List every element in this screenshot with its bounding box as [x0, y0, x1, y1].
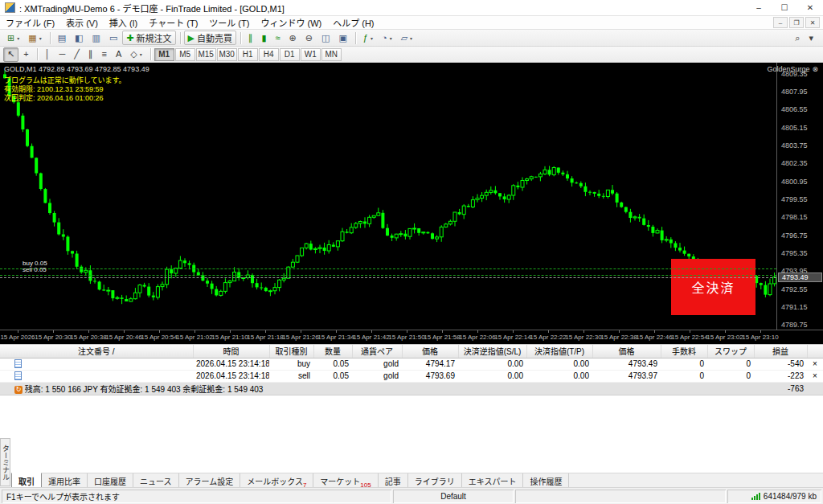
column-header-11[interactable]: スワップ [707, 345, 754, 358]
toolbar-separator [180, 32, 181, 44]
column-header-6[interactable]: 価格 [402, 345, 458, 358]
current-price-cell: 4793.97 [592, 370, 661, 382]
terminal-toggle-button[interactable]: ▭ [105, 31, 121, 45]
column-header-12[interactable]: 損益 [754, 345, 807, 358]
trade-row[interactable]: 2026.04.15 23:14:18buy0.05gold4794.170.0… [0, 358, 823, 370]
close-button[interactable]: ✕ [797, 0, 823, 16]
market-watch-icon: ▤ [58, 34, 66, 43]
column-header-10[interactable]: 手数料 [661, 345, 707, 358]
time-tick [371, 330, 372, 333]
timeframe-h1-button[interactable]: H1 [238, 48, 258, 61]
data-window-button[interactable]: ◧ [71, 31, 87, 45]
time-tick-label: 15 Apr 21:02 [176, 334, 212, 341]
child-minimize-button[interactable]: – [773, 17, 788, 28]
zoom-in-button[interactable]: ⊕ [285, 31, 301, 45]
child-restore-button[interactable]: ❐ [789, 17, 804, 28]
templates-button[interactable]: ▱▾ [397, 31, 416, 45]
time-tick-label: 15 Apr 2026 [0, 334, 35, 341]
arrows-menu-button[interactable]: ◇▾ [126, 47, 145, 62]
time-tick-label: 15 Apr 21:18 [247, 334, 283, 341]
horizontal-line-button[interactable]: ─ [55, 47, 70, 62]
toolbar-options-button[interactable]: ▾ [805, 31, 817, 45]
fibonacci-icon: ≡ [101, 50, 106, 59]
status-spacer [515, 490, 726, 503]
market-watch-button[interactable]: ▤ [54, 31, 70, 45]
menu-挿入 (I)[interactable]: 挿入 (I) [104, 16, 143, 29]
column-header-9[interactable]: 価格 [592, 345, 661, 358]
chart-plot-area[interactable]: GOLD,M1 4792.89 4793.69 4792.85 4793.49 … [0, 63, 776, 330]
timeframe-w1-button[interactable]: W1 [301, 48, 321, 61]
bar-chart-mode-button[interactable]: ∥ [244, 31, 257, 45]
autotrading-button[interactable]: ▶自動売買 [184, 31, 236, 45]
menu-ツール (T)[interactable]: ツール (T) [203, 16, 255, 29]
price-scale[interactable]: 4809.354807.954806.554805.154803.754802.… [776, 63, 823, 330]
text-label-button[interactable]: A [112, 47, 125, 62]
time-tick-label: 15 Apr 23:02 [706, 334, 743, 341]
child-close-button[interactable]: ✕ [805, 17, 820, 28]
tp-cell: 0.00 [526, 370, 592, 382]
timeframe-mn-button[interactable]: MN [321, 48, 342, 61]
open-price-cell: 4793.69 [402, 370, 458, 382]
status-connection: 641484/979 kb [727, 490, 821, 503]
new-order-button[interactable]: ✚新規注文 [122, 31, 175, 45]
close-position-icon[interactable]: × [807, 370, 823, 382]
price-tick-label: 4803.75 [781, 141, 808, 150]
title-bar: : XMTradingMU-Demo 6 - デモ口座 - FinTrade L… [0, 0, 823, 16]
profiles-button[interactable]: ▦▾ [24, 31, 45, 45]
search-icon: ⌕ [795, 34, 800, 43]
tile-windows-icon: ◫ [321, 34, 330, 43]
indicators-button[interactable]: ƒ▾ [359, 31, 377, 45]
tile-windows-button[interactable]: ◫ [317, 31, 334, 45]
timeframe-m1-button[interactable]: M1 [154, 48, 174, 61]
new-chart-button[interactable]: ⊞▾ [3, 31, 23, 45]
menu-ウィンドウ (W)[interactable]: ウィンドウ (W) [255, 16, 327, 29]
search-button[interactable]: ⌕ [791, 31, 804, 45]
timeframe-m30-button[interactable]: M30 [217, 48, 237, 61]
zoom-out-button[interactable]: ⊖ [301, 31, 317, 45]
column-header-4[interactable]: 数量 [313, 345, 352, 358]
time-tick [407, 330, 407, 333]
column-header-2[interactable]: 時間 [193, 345, 269, 358]
column-header-7[interactable]: 決済逆指値(S/L) [458, 345, 526, 358]
indicator-remove-icon[interactable]: ⊗ [812, 65, 818, 73]
menu-表示 (V)[interactable]: 表示 (V) [60, 16, 104, 29]
close-position-icon[interactable]: × [807, 358, 823, 370]
column-header-5[interactable]: 通貨ペア [352, 345, 402, 358]
menu-ヘルプ (H)[interactable]: ヘルプ (H) [327, 16, 379, 29]
crosshair-button[interactable]: + [19, 47, 32, 62]
timeframe-m15-button[interactable]: M15 [196, 48, 216, 61]
trade-row[interactable]: 2026.04.15 23:14:18sell0.05gold4793.690.… [0, 370, 823, 382]
navigator-button[interactable]: ▥ [88, 31, 104, 45]
terminal-side-tab[interactable]: ターミナル [0, 438, 10, 486]
time-tick-label: 15 Apr 22:14 [494, 334, 530, 341]
time-axis[interactable]: 15 Apr 202615 Apr 20:3015 Apr 20:3815 Ap… [0, 330, 823, 344]
line-chart-mode-button[interactable]: ≈ [272, 31, 285, 45]
price-tick-label: 4796.75 [781, 232, 808, 240]
vertical-line-button[interactable]: │ [41, 47, 55, 62]
maximize-button[interactable]: ☐ [772, 0, 797, 16]
price-tick-label: 4789.75 [781, 321, 808, 329]
column-header-1[interactable]: 注文番号 / [0, 345, 193, 358]
timeframe-h4-button[interactable]: H4 [259, 48, 279, 61]
minimize-button[interactable]: – [746, 0, 772, 16]
close-all-button[interactable]: 全決済 [671, 259, 755, 315]
timeframes-menu-button[interactable]: ◔▾ [378, 31, 396, 45]
status-help-text: F1キーでヘルプが表示されます [2, 490, 391, 503]
cursor-button[interactable]: ↖ [3, 47, 18, 62]
trendline-button[interactable]: ╱ [70, 47, 84, 62]
fibonacci-button[interactable]: ≡ [97, 47, 110, 62]
timeframe-m5-button[interactable]: M5 [175, 48, 195, 61]
arrange-windows-button[interactable]: ▣ [334, 31, 350, 45]
menu-チャート (T)[interactable]: チャート (T) [143, 16, 203, 29]
new-chart-caret-icon: ▾ [17, 35, 19, 41]
channel-button[interactable]: ∥ [84, 47, 97, 62]
balance-icon: ↻ [14, 386, 23, 394]
status-profile[interactable]: Default [393, 490, 514, 503]
candle-chart-mode-button[interactable]: ▮ [257, 31, 270, 45]
column-header-3[interactable]: 取引種別 [269, 345, 313, 358]
channel-icon: ∥ [88, 50, 93, 59]
timeframe-d1-button[interactable]: D1 [280, 48, 300, 61]
menu-ファイル (F)[interactable]: ファイル (F) [0, 16, 60, 29]
column-header-8[interactable]: 決済指値(T/P) [526, 345, 592, 358]
price-tick-label: 4795.35 [781, 249, 808, 257]
